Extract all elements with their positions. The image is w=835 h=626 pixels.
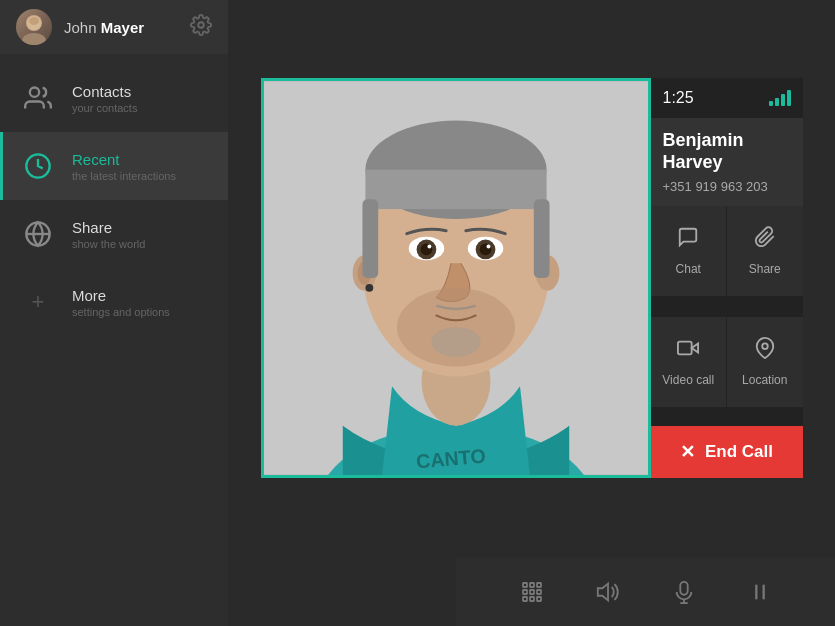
- contact-name: Benjamin Harvey: [663, 130, 791, 173]
- svg-rect-45: [680, 582, 687, 595]
- sidebar: John Mayer Contacts your contacts: [0, 0, 228, 626]
- sidebar-header: John Mayer: [0, 0, 228, 54]
- contact-phone: +351 919 963 203: [663, 179, 791, 194]
- share-action-icon: [754, 226, 776, 254]
- end-call-label: End Call: [705, 442, 773, 462]
- svg-point-3: [29, 17, 39, 25]
- call-area: CANTO 1:25 Benjamin Harvey: [261, 78, 803, 478]
- sidebar-item-contacts[interactable]: Contacts your contacts: [0, 64, 228, 132]
- svg-rect-36: [530, 583, 534, 587]
- signal-strength: [769, 90, 791, 106]
- settings-button[interactable]: [190, 14, 212, 40]
- recent-label: Recent: [72, 151, 176, 168]
- svg-rect-14: [365, 170, 546, 209]
- video-call-button[interactable]: Video call: [651, 317, 727, 407]
- sidebar-item-recent[interactable]: Recent the latest interactions: [0, 132, 228, 200]
- contacts-sublabel: your contacts: [72, 102, 137, 114]
- svg-point-34: [762, 343, 768, 349]
- bottom-toolbar: [456, 558, 835, 626]
- video-call-label: Video call: [662, 373, 714, 387]
- svg-marker-32: [692, 343, 698, 352]
- recent-icon: [20, 148, 56, 184]
- plus-icon: +: [20, 284, 56, 320]
- globe-icon: [20, 216, 56, 252]
- svg-rect-39: [530, 590, 534, 594]
- end-call-button[interactable]: ✕ End Call: [651, 426, 803, 478]
- sidebar-user-name: John Mayer: [64, 19, 144, 36]
- svg-rect-30: [533, 199, 549, 278]
- end-call-x-icon: ✕: [680, 441, 695, 463]
- mute-button[interactable]: [666, 574, 702, 610]
- chat-label: Chat: [676, 262, 701, 276]
- svg-rect-29: [362, 199, 378, 278]
- location-button[interactable]: Location: [727, 317, 803, 407]
- share-action-button[interactable]: Share: [727, 206, 803, 296]
- keypad-button[interactable]: [514, 574, 550, 610]
- svg-point-25: [486, 245, 490, 249]
- svg-rect-41: [523, 597, 527, 601]
- share-action-label: Share: [749, 262, 781, 276]
- location-label: Location: [742, 373, 787, 387]
- svg-point-28: [365, 284, 373, 292]
- right-panel: 1:25 Benjamin Harvey +351 919 963 203: [651, 78, 803, 478]
- contacts-label: Contacts: [72, 83, 137, 100]
- video-icon: [677, 337, 699, 365]
- svg-point-5: [30, 88, 39, 97]
- chat-button[interactable]: Chat: [651, 206, 727, 296]
- location-icon: [754, 337, 776, 365]
- svg-point-1: [22, 33, 46, 45]
- main-content: CANTO 1:25 Benjamin Harvey: [228, 0, 835, 626]
- call-timer: 1:25: [663, 89, 694, 107]
- svg-rect-40: [537, 590, 541, 594]
- svg-rect-37: [537, 583, 541, 587]
- speaker-button[interactable]: [590, 574, 626, 610]
- svg-marker-44: [597, 584, 607, 601]
- more-sublabel: settings and options: [72, 306, 170, 318]
- more-label: More: [72, 287, 170, 304]
- chat-icon: [677, 226, 699, 254]
- svg-point-4: [198, 22, 204, 28]
- svg-rect-43: [537, 597, 541, 601]
- contacts-icon: [20, 80, 56, 116]
- contact-info: Benjamin Harvey +351 919 963 203: [651, 118, 803, 206]
- svg-rect-42: [530, 597, 534, 601]
- sidebar-nav: Contacts your contacts Recent the latest…: [0, 54, 228, 626]
- sidebar-item-share[interactable]: Share show the world: [0, 200, 228, 268]
- svg-point-27: [431, 327, 480, 357]
- recent-sublabel: the latest interactions: [72, 170, 176, 182]
- call-info-bar: 1:25: [651, 78, 803, 118]
- svg-rect-38: [523, 590, 527, 594]
- video-frame: CANTO: [261, 78, 651, 478]
- avatar: [16, 9, 52, 45]
- svg-rect-35: [523, 583, 527, 587]
- svg-point-24: [427, 245, 431, 249]
- share-label: Share: [72, 219, 145, 236]
- svg-rect-33: [678, 341, 692, 354]
- action-grid: Chat Share: [651, 206, 803, 426]
- pause-button[interactable]: [742, 574, 778, 610]
- sidebar-item-more[interactable]: + More settings and options: [0, 268, 228, 336]
- share-sublabel: show the world: [72, 238, 145, 250]
